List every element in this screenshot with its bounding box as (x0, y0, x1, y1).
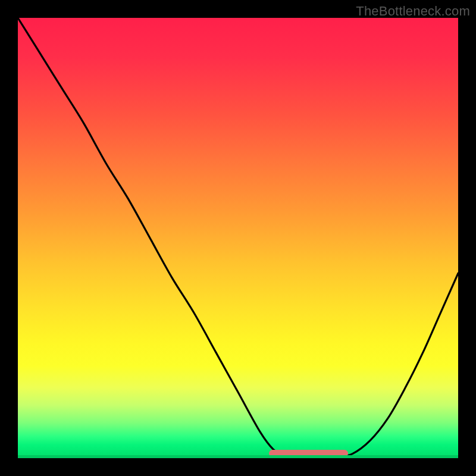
bottom-green-band (18, 455, 458, 458)
plot-area (18, 18, 458, 458)
bottleneck-curve (18, 18, 458, 458)
watermark-text: TheBottleneck.com (356, 4, 470, 19)
chart-frame: TheBottleneck.com (0, 0, 476, 476)
curve-layer (18, 18, 458, 458)
